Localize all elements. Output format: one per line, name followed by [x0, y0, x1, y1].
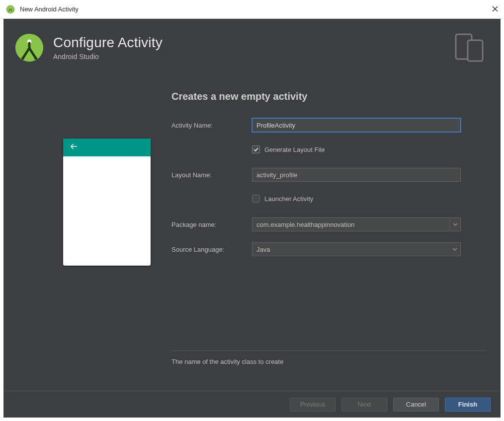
- previous-button[interactable]: Previous: [290, 398, 336, 412]
- generate-layout-label: Generate Layout File: [264, 146, 325, 153]
- page-title: Configure Activity: [53, 35, 453, 51]
- hint-separator: [171, 351, 487, 351]
- header: Configure Activity Android Studio: [3, 19, 501, 77]
- checkbox-checked-icon: [252, 145, 260, 153]
- window-close-button[interactable]: [492, 5, 498, 14]
- android-studio-icon: [6, 5, 15, 14]
- devices-icon: [453, 33, 486, 62]
- package-name-value: com.example.healthappinnovation: [256, 221, 354, 228]
- hint-text: The name of the activity class to create: [171, 358, 487, 365]
- svg-point-4: [21, 57, 24, 60]
- source-language-value: Java: [256, 246, 270, 253]
- activity-preview: [63, 138, 151, 266]
- launcher-activity-checkbox[interactable]: Launcher Activity: [252, 195, 313, 203]
- svg-point-1: [10, 7, 11, 8]
- activity-name-label: Activity Name:: [171, 122, 252, 129]
- source-language-select[interactable]: Java: [252, 242, 461, 256]
- svg-point-5: [34, 57, 37, 60]
- layout-name-label: Layout Name:: [171, 171, 252, 179]
- package-name-select[interactable]: com.example.healthappinnovation: [252, 217, 461, 231]
- svg-rect-7: [468, 40, 483, 61]
- body: Creates a new empty activity Activity Na…: [3, 77, 501, 365]
- layout-name-input[interactable]: [252, 168, 461, 182]
- cancel-button[interactable]: Cancel: [393, 398, 439, 412]
- titlebar: New Android Activity: [0, 0, 504, 19]
- activity-name-input[interactable]: [252, 118, 461, 132]
- checkbox-unchecked-icon: [252, 195, 260, 203]
- package-name-label: Package name:: [171, 221, 252, 228]
- dropdown-caret-icon: [449, 243, 460, 256]
- main-panel: Configure Activity Android Studio Create…: [3, 19, 501, 418]
- generate-layout-checkbox[interactable]: Generate Layout File: [252, 145, 325, 153]
- android-studio-logo-icon: [14, 33, 44, 63]
- finish-button[interactable]: Finish: [445, 398, 491, 412]
- form: Creates a new empty activity Activity Na…: [143, 82, 487, 365]
- svg-point-0: [6, 5, 15, 13]
- dropdown-caret-icon: [449, 218, 460, 231]
- section-title: Creates a new empty activity: [171, 91, 487, 102]
- page-subtitle: Android Studio: [53, 53, 453, 61]
- footer: Previous Next Cancel Finish: [3, 391, 501, 418]
- launcher-activity-label: Launcher Activity: [264, 195, 313, 203]
- next-button[interactable]: Next: [341, 398, 387, 412]
- window-title: New Android Activity: [20, 5, 498, 13]
- source-language-label: Source Language:: [171, 246, 252, 253]
- back-arrow-icon: [69, 142, 78, 153]
